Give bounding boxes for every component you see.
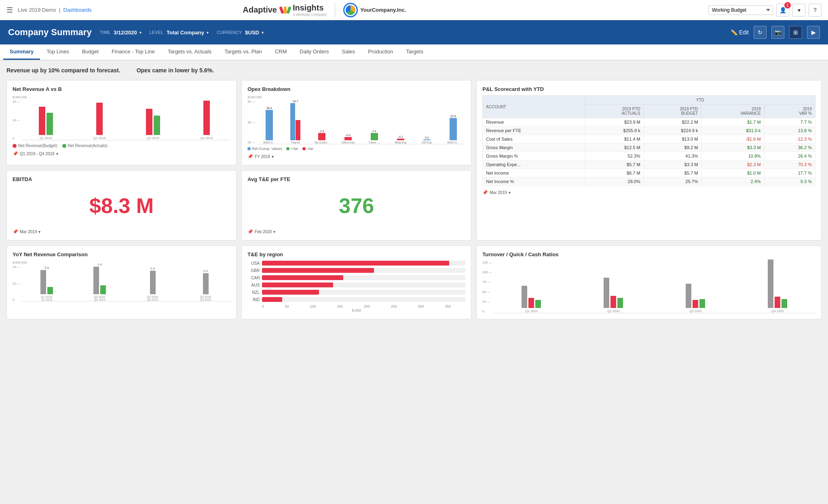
opex-time-pin[interactable]: 📌 FY 2019 ▾ <box>247 154 465 159</box>
list-item: AUS <box>247 283 465 287</box>
opex-card: Opex Breakdown $,000,000 40 — 30 — 20 — … <box>241 80 471 165</box>
net-revenue-legend: Net Revenue(Budget) Net Revenue(Actuals) <box>13 143 230 148</box>
avg-te-title: Avg T&E per FTE <box>247 176 465 182</box>
pl-scorecard-title: P&L Scorecard with YTD <box>482 86 815 92</box>
tab-targets[interactable]: Targets <box>399 44 430 60</box>
yoy-title: YoY Net Revenue Comparison <box>13 251 230 257</box>
table-row: Net Income $6.7 M $5.7 M $1.0 M 17.7 % <box>483 169 815 177</box>
yoy-card: YoY Net Revenue Comparison $,000,000 20 … <box>6 245 237 319</box>
dashboards-link[interactable]: Dashboards <box>63 7 92 13</box>
te-region-bars: USA GBR CAN AUS NZL <box>247 261 465 302</box>
pl-table: ACCOUNT YTD 2019 PTDACTUALS 2019 PTDBUDG… <box>482 95 815 186</box>
net-revenue-card: Net Revenue A vs B $,000,000 20 — 10 — 0… <box>6 80 237 165</box>
tab-crm[interactable]: CRM <box>268 44 294 60</box>
list-item: USA <box>247 261 465 266</box>
budget-dropdown[interactable]: Working Budget <box>708 5 773 15</box>
turnover-card: Turnover / Quick / Cash Ratios 125 — 100… <box>476 245 822 319</box>
avg-te-value: 376 <box>247 186 465 226</box>
table-row: Operating Expe... $5.7 M $3.3 M $2.3 M 7… <box>483 160 815 169</box>
help-button[interactable]: ? <box>809 4 822 17</box>
turnover-title: Turnover / Quick / Cash Ratios <box>482 251 815 257</box>
camera-button[interactable]: 📷 <box>771 26 784 39</box>
list-item: GBR <box>247 268 465 273</box>
chevron-down-button[interactable]: ▾ <box>792 4 805 17</box>
table-row: Net Income % 28.0% 25.7% 2.4% 9.3 % <box>483 177 815 186</box>
table-row: Revenue $23.9 M $22.2 M $1.7 M 7.7 % <box>483 118 815 127</box>
tab-daily-orders[interactable]: Daily Orders <box>293 44 335 60</box>
company-name: YourCompany.Inc. <box>360 7 406 13</box>
edit-button[interactable]: ✏️ Edit <box>731 29 749 36</box>
te-region-card: T&E by region USA GBR CAN AUS <box>241 245 471 319</box>
headline-left: Revenue up by 10% compared to forecast. <box>6 67 120 74</box>
page-title: Company Summary <box>8 27 92 38</box>
ebitda-title: EBITDA <box>13 176 230 182</box>
video-button[interactable]: ▶ <box>807 26 820 39</box>
nav-title: Live 2019 Demo | Dashboards <box>18 7 92 13</box>
avg-te-time-pin[interactable]: 📌 Feb 2020 ▾ <box>247 229 465 234</box>
app-logo: Adaptive Insights A Workday Company Your… <box>243 3 406 17</box>
tab-targets-vs-actuals[interactable]: Targets vs. Actuals <box>161 44 218 60</box>
headline-right: Opex came in lower by 5.6%. <box>137 67 214 74</box>
list-item: NZL <box>247 290 465 295</box>
table-row: Gross Margin $12.5 M $9.2 M $3.3 M 36.2 … <box>483 143 815 152</box>
opex-title: Opex Breakdown <box>247 86 465 92</box>
pl-time-pin[interactable]: 📌 Mar 2019 ▾ <box>482 190 815 195</box>
tabs-bar: Summary Top Lines Budget Finance - Top L… <box>0 44 828 61</box>
tab-summary[interactable]: Summary <box>3 44 40 60</box>
header-right-buttons: ✏️ Edit ↻ 📷 ⊞ ▶ <box>731 26 820 39</box>
net-revenue-time-pin[interactable]: 📌 Q1 2019 - Q4 2019 ▾ <box>13 151 230 156</box>
ebitda-card: EBITDA $8.3 M 📌 Mar 2019 ▾ <box>6 170 237 240</box>
tab-sales[interactable]: Sales <box>336 44 362 60</box>
tab-top-lines[interactable]: Top Lines <box>40 44 76 60</box>
tab-finance-top-line[interactable]: Finance - Top Line <box>105 44 161 60</box>
table-row: Cost of Sales $11.4 M $13.0 M -$1.6 M -1… <box>483 135 815 143</box>
tab-targets-vs-plan[interactable]: Targets vs. Plan <box>218 44 268 60</box>
time-control[interactable]: TIME 3/12/2020 ▾ <box>100 30 142 36</box>
opex-legend: Ref./Comp. Values +Var -Var <box>247 147 465 151</box>
te-region-title: T&E by region <box>247 251 465 257</box>
menu-icon[interactable]: ☰ <box>6 6 13 15</box>
tab-budget[interactable]: Budget <box>76 44 105 60</box>
ebitda-value: $8.3 M <box>13 186 230 226</box>
currency-control[interactable]: CURRENCY $USD ▾ <box>217 30 264 36</box>
table-row: Gross Margin % 52.3% 41.3% 10.9% 26.4 % <box>483 152 815 160</box>
grid-button[interactable]: ⊞ <box>789 26 802 39</box>
avg-te-card: Avg T&E per FTE 376 📌 Feb 2020 ▾ <box>241 170 471 240</box>
list-item: CAN <box>247 275 465 280</box>
tab-production[interactable]: Production <box>361 44 399 60</box>
list-item: IND <box>247 297 465 302</box>
header-bar: Company Summary TIME 3/12/2020 ▾ LEVEL T… <box>0 20 828 44</box>
level-control[interactable]: LEVEL Total Company ▾ <box>150 30 209 36</box>
nav-right: Working Budget 👤 1 ▾ ? <box>708 4 822 17</box>
main-content: Revenue up by 10% compared to forecast. … <box>0 61 828 326</box>
ebitda-time-pin[interactable]: 📌 Mar 2019 ▾ <box>13 229 230 234</box>
net-revenue-title: Net Revenue A vs B <box>13 86 230 92</box>
headlines: Revenue up by 10% compared to forecast. … <box>6 67 822 74</box>
user-button[interactable]: 👤 1 <box>776 4 789 17</box>
pl-scorecard-card: P&L Scorecard with YTD ACCOUNT YTD 2019 … <box>476 80 822 240</box>
dashboard-grid: Net Revenue A vs B $,000,000 20 — 10 — 0… <box>6 80 822 319</box>
company-logo: YourCompany.Inc. <box>343 3 406 17</box>
refresh-button[interactable]: ↻ <box>754 26 767 39</box>
top-nav: ☰ Live 2019 Demo | Dashboards Adaptive I… <box>0 0 828 20</box>
table-row: Revenue per FTE $255.9 k $224.9 k $31.0 … <box>483 127 815 135</box>
